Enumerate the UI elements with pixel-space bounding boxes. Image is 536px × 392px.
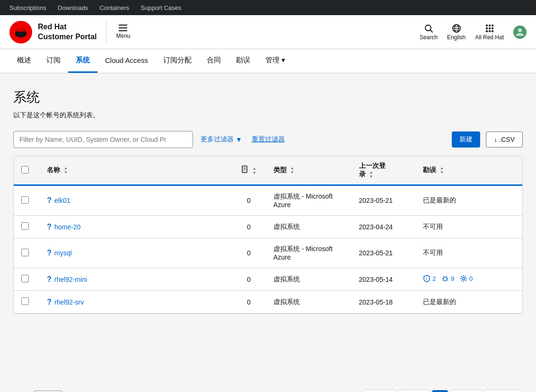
system-link-home-20[interactable]: ? home-20: [47, 223, 224, 231]
topbar-subscriptions[interactable]: Subscriptions: [9, 4, 46, 11]
topbar-downloads[interactable]: Downloads: [58, 4, 88, 11]
download-icon: ↓: [494, 136, 497, 143]
first-page-button[interactable]: 第一页: [364, 390, 396, 392]
filter-input[interactable]: [13, 131, 193, 148]
reset-filters-button[interactable]: 重置过滤器: [250, 132, 287, 147]
enhance-badge: 0: [460, 275, 473, 282]
pagination-bar: Show 10 25 50 100 entries Showing 1 to 5…: [0, 380, 536, 392]
docs-sort-arrows: ▲▼: [253, 167, 256, 175]
more-filters-button[interactable]: 更多过滤器 ▼: [199, 132, 244, 147]
type-2: 虚拟系统: [266, 216, 351, 238]
name-sort-arrows: ▲▼: [64, 166, 68, 174]
erratum-5: 已是最新的: [415, 291, 522, 314]
grid-icon: [485, 24, 494, 33]
lastlogin-2: 2023-04-24: [351, 216, 416, 238]
table-row: ? elk01 0 虚拟系统 - Microsoft Azure 2023-05…: [14, 185, 522, 216]
erratum-4: ! 2: [415, 268, 522, 291]
user-avatar[interactable]: [513, 26, 527, 39]
search-label: Search: [420, 34, 438, 41]
svg-rect-14: [489, 25, 491, 26]
lastlogin-4: 2023-05-14: [351, 268, 416, 291]
docs-count-5: 0: [232, 291, 266, 314]
select-all-checkbox[interactable]: [21, 166, 29, 174]
gear-icon: [460, 275, 467, 282]
tab-cloud-access[interactable]: Cloud Access: [97, 50, 156, 72]
tab-订阅分配[interactable]: 订阅分配: [156, 49, 199, 73]
type-3: 虚拟系统 - Microsoft Azure: [266, 238, 351, 268]
svg-rect-16: [486, 27, 488, 29]
docs-count-1: 0: [232, 185, 266, 216]
topbar-support-cases[interactable]: Support Cases: [141, 4, 181, 11]
row-checkbox-3[interactable]: [21, 249, 29, 256]
row-checkbox-5[interactable]: [21, 297, 29, 305]
top-bar: Subscriptions Downloads Containers Suppo…: [0, 0, 536, 15]
tab-概述[interactable]: 概述: [9, 49, 39, 73]
svg-point-28: [443, 277, 447, 281]
main-content: 系统 以下是这个帐号的系统列表。 更多过滤器 ▼ 重置过滤器 新建 ↓ .CSV: [0, 73, 536, 380]
svg-point-22: [518, 28, 522, 32]
filter-bar: 更多过滤器 ▼ 重置过滤器 新建 ↓ .CSV: [13, 131, 523, 148]
svg-text:!: !: [426, 277, 427, 281]
header-name-col[interactable]: 名称 ▲▼: [39, 156, 232, 185]
system-link-rhel92-srv[interactable]: ? rhel92-srv: [47, 298, 224, 306]
lastlogin-1: 2023-05-21: [351, 185, 416, 216]
header-docs-col[interactable]: ▲▼: [232, 156, 266, 185]
svg-line-7: [430, 30, 432, 32]
chevron-down-icon: ▼: [236, 136, 242, 143]
tab-合同[interactable]: 合同: [199, 49, 228, 73]
language-action[interactable]: English: [447, 24, 466, 41]
tab-系统[interactable]: 系统: [68, 49, 97, 73]
type-5: 虚拟系统: [266, 291, 351, 314]
svg-rect-17: [489, 27, 491, 29]
csv-button[interactable]: ↓ .CSV: [486, 131, 523, 148]
header-erratum-col[interactable]: 勘误 ▲▼: [415, 156, 522, 185]
next-page-button[interactable]: 后一页: [450, 390, 482, 392]
search-icon: [424, 24, 433, 33]
system-link-mysql[interactable]: ? mysql: [47, 249, 224, 257]
table-row: ? rhel92-mini 0 虚拟系统 2023-05-14 !: [14, 268, 522, 291]
system-link-rhel92-mini[interactable]: ? rhel92-mini: [47, 275, 224, 284]
menu-button[interactable]: Menu: [116, 25, 130, 39]
docs-count-2: 0: [232, 216, 266, 238]
help-icon: ?: [47, 223, 52, 231]
lastlogin-sort-arrows: ▲▼: [369, 171, 373, 179]
erratum-2: 不可用: [415, 216, 522, 238]
tab-管理[interactable]: 管理 ▾: [258, 49, 293, 73]
header-lastlogin-col[interactable]: 上一次登录 ▲▼: [351, 156, 416, 185]
svg-point-35: [462, 278, 465, 280]
header: Red Hat Customer Portal Menu Search: [0, 15, 536, 49]
allredhat-action[interactable]: All Red Hat: [475, 24, 504, 41]
svg-rect-15: [492, 25, 493, 26]
row-checkbox-1[interactable]: [21, 196, 29, 204]
header-type-col[interactable]: 类型 ▲▼: [266, 156, 351, 185]
prev-page-button[interactable]: 前一页: [398, 390, 430, 392]
table-row: ? rhel92-srv 0 虚拟系统 2023-05-18 已是最新的: [14, 291, 522, 314]
lastlogin-5: 2023-05-18: [351, 291, 416, 314]
tab-勘误[interactable]: 勘误: [228, 49, 258, 73]
security-badge: ! 2: [423, 275, 436, 282]
row-checkbox-4[interactable]: [21, 275, 29, 282]
svg-rect-19: [486, 30, 488, 32]
search-action[interactable]: Search: [420, 24, 438, 41]
menu-label: Menu: [116, 33, 130, 39]
type-1: 虚拟系统 - Microsoft Azure: [266, 185, 351, 216]
system-link-elk01[interactable]: ? elk01: [47, 196, 224, 205]
svg-rect-18: [492, 27, 493, 29]
docs-count-3: 0: [232, 238, 266, 268]
erratum-1: 已是最新的: [415, 185, 522, 216]
redhat-logo-icon: [9, 21, 32, 44]
svg-point-5: [17, 27, 25, 32]
pagination-buttons: 第一页 前一页 1 后一页 最后一页: [364, 390, 523, 392]
topbar-containers[interactable]: Containers: [99, 4, 129, 11]
header-logo: Red Hat Customer Portal: [9, 21, 106, 44]
help-icon: ?: [47, 249, 52, 257]
type-4: 虚拟系统: [266, 268, 351, 291]
tab-订阅[interactable]: 订阅: [39, 49, 68, 73]
type-sort-arrows: ▲▼: [290, 166, 294, 174]
shield-icon: !: [423, 275, 431, 282]
row-checkbox-2[interactable]: [21, 222, 29, 230]
last-page-button[interactable]: 最后一页: [484, 390, 523, 392]
new-button[interactable]: 新建: [452, 131, 480, 148]
current-page-button[interactable]: 1: [432, 390, 448, 392]
header-checkbox-col: [14, 156, 39, 185]
